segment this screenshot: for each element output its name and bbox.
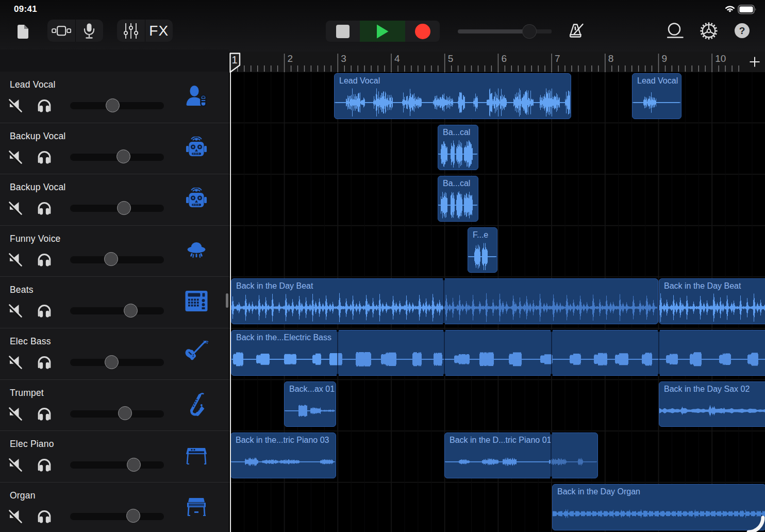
svg-text:5: 5 [448, 53, 454, 64]
svg-text:4: 4 [394, 53, 400, 64]
svg-text:9: 9 [662, 53, 668, 64]
svg-text:1: 1 [232, 54, 238, 65]
svg-text:3: 3 [341, 53, 346, 64]
svg-text:6: 6 [501, 53, 507, 64]
svg-text:7: 7 [555, 53, 560, 64]
svg-text:2: 2 [288, 53, 293, 64]
svg-text:8: 8 [608, 53, 614, 64]
svg-text:10: 10 [715, 53, 726, 64]
